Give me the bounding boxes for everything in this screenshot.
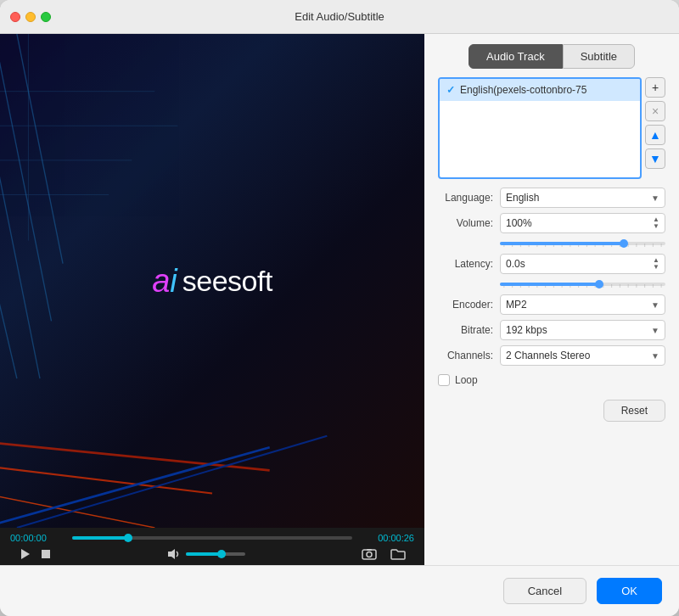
language-label: Language: xyxy=(438,192,493,204)
traffic-lights xyxy=(10,12,51,22)
latency-value: 0.0s xyxy=(506,258,525,270)
logo-brand-text: seesoft xyxy=(182,265,272,298)
encoder-select[interactable]: MP2 ▼ xyxy=(500,294,665,315)
close-button[interactable] xyxy=(10,12,20,22)
channels-select[interactable]: 2 Channels Stereo ▼ xyxy=(500,345,665,366)
latency-stepper-arrows: ▲ ▼ xyxy=(653,257,659,271)
svg-line-13 xyxy=(0,482,154,528)
channels-value: 2 Channels Stereo xyxy=(506,350,590,361)
track-check-icon: ✓ xyxy=(446,84,455,96)
latency-slider-thumb xyxy=(595,280,603,288)
title-bar: Edit Audio/Subtitle xyxy=(0,0,679,34)
tab-subtitle[interactable]: Subtitle xyxy=(563,44,635,69)
volume-slider-fill xyxy=(500,242,624,245)
list-item[interactable]: ✓ English(pexels-cottonbro-75 xyxy=(440,79,640,101)
language-row: Language: English ▼ xyxy=(438,188,665,208)
chevron-down-icon: ▼ xyxy=(651,193,659,203)
language-value: English xyxy=(506,192,539,204)
svg-line-7 xyxy=(0,34,17,378)
tabs-row: Audio Track Subtitle xyxy=(438,44,665,69)
svg-rect-19 xyxy=(362,550,376,559)
ok-button[interactable]: OK xyxy=(597,578,662,604)
latency-label: Latency: xyxy=(438,258,493,270)
latency-down-arrow[interactable]: ▼ xyxy=(653,264,659,271)
reset-button[interactable]: Reset xyxy=(603,400,665,422)
logo-ai-text: ai xyxy=(152,263,177,300)
move-down-button[interactable]: ▼ xyxy=(645,148,665,169)
screenshot-button[interactable] xyxy=(362,548,377,560)
chevron-down-icon-encoder: ▼ xyxy=(651,300,659,310)
latency-slider-fill xyxy=(500,283,599,286)
volume-value: 100% xyxy=(506,217,532,229)
progress-track[interactable] xyxy=(72,536,352,540)
latency-slider-track[interactable] xyxy=(500,283,665,286)
progress-bar-area: 00:00:00 00:00:26 xyxy=(10,533,414,543)
brand-logo: ai seesoft xyxy=(152,263,272,300)
bitrate-value: 192 kbps xyxy=(506,324,547,336)
svg-rect-17 xyxy=(42,550,50,558)
svg-rect-21 xyxy=(367,549,372,551)
svg-line-14 xyxy=(0,447,270,528)
latency-stepper[interactable]: 0.0s ▲ ▼ xyxy=(500,254,665,274)
progress-fill xyxy=(72,536,128,540)
track-actions: + × ▲ ▼ xyxy=(645,77,665,179)
right-panel: Audio Track Subtitle ✓ English(pexels-co… xyxy=(424,34,679,565)
volume-section xyxy=(167,548,245,560)
volume-thumb xyxy=(217,550,226,558)
volume-slider[interactable] xyxy=(186,552,245,556)
language-select[interactable]: English ▼ xyxy=(500,188,665,208)
minimize-button[interactable] xyxy=(25,12,36,22)
track-list: ✓ English(pexels-cottonbro-75 xyxy=(438,77,642,179)
video-controls: 00:00:00 00:00:26 xyxy=(0,528,424,565)
remove-track-button[interactable]: × xyxy=(645,101,665,121)
right-icons xyxy=(362,548,406,560)
latency-control: 0.0s ▲ ▼ xyxy=(500,254,665,274)
track-list-area: ✓ English(pexels-cottonbro-75 + × ▲ ▼ xyxy=(438,77,665,179)
bitrate-label: Bitrate: xyxy=(438,324,493,336)
loop-label: Loop xyxy=(455,374,478,386)
volume-icon[interactable] xyxy=(167,548,181,560)
chevron-down-icon-bitrate: ▼ xyxy=(651,326,659,335)
volume-slider-row xyxy=(438,238,665,249)
cancel-button[interactable]: Cancel xyxy=(503,578,586,604)
stop-button[interactable] xyxy=(41,549,51,559)
tab-audio-track[interactable]: Audio Track xyxy=(469,44,563,69)
video-area: ai seesoft xyxy=(0,34,424,528)
volume-slider-track[interactable] xyxy=(500,242,665,245)
volume-fill xyxy=(186,552,222,556)
playback-controls xyxy=(10,548,414,560)
loop-row: Loop xyxy=(438,374,665,386)
volume-stepper[interactable]: 100% ▲ ▼ xyxy=(500,213,665,233)
bitrate-select[interactable]: 192 kbps ▼ xyxy=(500,320,665,340)
volume-down-arrow[interactable]: ▼ xyxy=(653,223,659,230)
loop-checkbox[interactable] xyxy=(438,374,450,386)
play-button[interactable] xyxy=(19,548,31,560)
encoder-value: MP2 xyxy=(506,299,527,311)
latency-slider-row xyxy=(438,279,665,289)
volume-label: Volume: xyxy=(438,217,493,229)
dialog-title: Edit Audio/Subtitle xyxy=(295,10,384,23)
volume-slider-thumb xyxy=(620,239,628,248)
play-stop-controls xyxy=(19,548,51,560)
chevron-down-icon-channels: ▼ xyxy=(651,351,659,361)
svg-line-12 xyxy=(0,459,212,494)
svg-line-10 xyxy=(17,34,63,264)
volume-control: 100% ▲ ▼ xyxy=(500,213,665,233)
volume-row: Volume: 100% ▲ ▼ xyxy=(438,213,665,233)
dialog: Edit Audio/Subtitle xyxy=(0,0,679,616)
bitrate-row: Bitrate: 192 kbps ▼ xyxy=(438,320,665,340)
channels-control: 2 Channels Stereo ▼ xyxy=(500,345,665,366)
progress-thumb xyxy=(124,534,132,542)
track-name: English(pexels-cottonbro-75 xyxy=(460,84,633,96)
video-panel: ai seesoft 00:00:00 00:00:26 xyxy=(0,34,424,565)
add-track-button[interactable]: + xyxy=(645,77,665,98)
move-up-button[interactable]: ▲ xyxy=(645,125,665,145)
encoder-row: Encoder: MP2 ▼ xyxy=(438,294,665,315)
bitrate-control: 192 kbps ▼ xyxy=(500,320,665,340)
time-current: 00:00:00 xyxy=(10,533,65,543)
main-content: ai seesoft 00:00:00 00:00:26 xyxy=(0,34,679,565)
folder-button[interactable] xyxy=(390,548,406,560)
time-total: 00:00:26 xyxy=(359,533,414,543)
channels-row: Channels: 2 Channels Stereo ▼ xyxy=(438,345,665,366)
maximize-button[interactable] xyxy=(41,12,51,22)
